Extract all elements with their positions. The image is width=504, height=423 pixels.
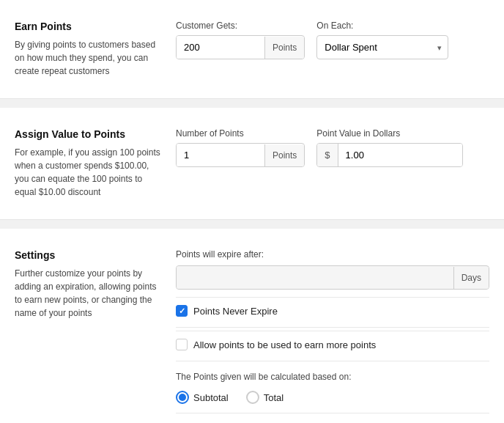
settings-left: Settings Further customize your points b… <box>15 249 176 423</box>
divider-1 <box>176 327 489 328</box>
on-each-group: On Each: Dollar Spent Order Item ▾ <box>316 21 448 59</box>
customer-gets-group: Customer Gets: Points <box>176 21 305 59</box>
orders-group: Consider Orders Coming From: Branded Mob… <box>176 416 489 423</box>
on-each-select[interactable]: Dollar Spent Order Item <box>317 36 448 59</box>
radio-total-option: Total <box>246 391 284 404</box>
assign-value-right: Number of Points Points Point Value in D… <box>176 128 489 199</box>
calculated-label: The Points given will be calculated base… <box>176 372 489 382</box>
num-points-suffix: Points <box>264 144 304 166</box>
radio-subtotal-label: Subtotal <box>193 392 229 403</box>
point-value-input-wrap: $ <box>316 143 463 167</box>
on-each-select-wrap: Dollar Spent Order Item ▾ <box>316 35 448 59</box>
allow-points-checkbox[interactable] <box>176 339 188 350</box>
settings-title: Settings <box>15 249 161 261</box>
num-points-input[interactable] <box>177 144 264 166</box>
calculation-group: The Points given will be calculated base… <box>176 364 489 404</box>
settings-right: Points will expire after: Days Points Ne… <box>176 249 489 423</box>
point-value-input[interactable] <box>338 144 464 166</box>
assign-value-fields: Number of Points Points Point Value in D… <box>176 128 489 167</box>
point-value-label: Point Value in Dollars <box>316 128 463 139</box>
radio-subtotal[interactable] <box>176 391 189 404</box>
earn-points-fields: Customer Gets: Points On Each: Dollar Sp… <box>176 21 489 59</box>
num-points-group: Number of Points Points <box>176 128 305 167</box>
num-points-input-wrap: Points <box>176 143 305 167</box>
earn-points-title: Earn Points <box>15 21 161 32</box>
earn-points-right: Customer Gets: Points On Each: Dollar Sp… <box>176 21 489 78</box>
points-suffix: Points <box>264 37 304 59</box>
expire-label: Points will expire after: <box>176 249 489 260</box>
dollar-prefix: $ <box>317 144 338 166</box>
customer-gets-input-wrap: Points <box>176 35 305 59</box>
settings-section: Settings Further customize your points b… <box>0 229 504 423</box>
earn-points-section: Earn Points By giving points to customer… <box>0 0 504 99</box>
settings-desc: Further customize your points by adding … <box>15 267 161 320</box>
assign-value-left: Assign Value to Points For example, if y… <box>15 128 176 199</box>
days-suffix: Days <box>453 267 489 289</box>
customer-gets-input[interactable] <box>177 36 264 59</box>
radio-total[interactable] <box>246 391 259 404</box>
earn-points-left: Earn Points By giving points to customer… <box>15 21 176 78</box>
on-each-label: On Each: <box>316 21 448 31</box>
divider-3 <box>176 413 489 413</box>
never-expire-row: Points Never Expire <box>176 297 489 324</box>
never-expire-checkbox[interactable] <box>176 305 188 317</box>
divider-2 <box>176 361 489 361</box>
radio-group: Subtotal Total <box>176 391 489 404</box>
assign-value-title: Assign Value to Points <box>15 128 161 140</box>
radio-total-label: Total <box>264 392 284 403</box>
gap-2 <box>0 220 504 229</box>
gap-1 <box>0 99 504 108</box>
earn-points-desc: By giving points to customers based on h… <box>15 38 161 78</box>
allow-points-label: Allow points to be used to earn more poi… <box>193 339 376 350</box>
point-value-group: Point Value in Dollars $ <box>316 128 463 167</box>
allow-points-row: Allow points to be used to earn more poi… <box>176 331 489 358</box>
customer-gets-label: Customer Gets: <box>176 21 305 31</box>
expire-input[interactable] <box>177 266 453 289</box>
assign-value-desc: For example, if you assign 100 points wh… <box>15 146 161 199</box>
assign-value-section: Assign Value to Points For example, if y… <box>0 108 504 220</box>
radio-subtotal-option: Subtotal <box>176 391 229 404</box>
num-points-label: Number of Points <box>176 128 305 139</box>
expire-input-wrap: Days <box>176 265 489 290</box>
never-expire-label: Points Never Expire <box>193 306 278 317</box>
